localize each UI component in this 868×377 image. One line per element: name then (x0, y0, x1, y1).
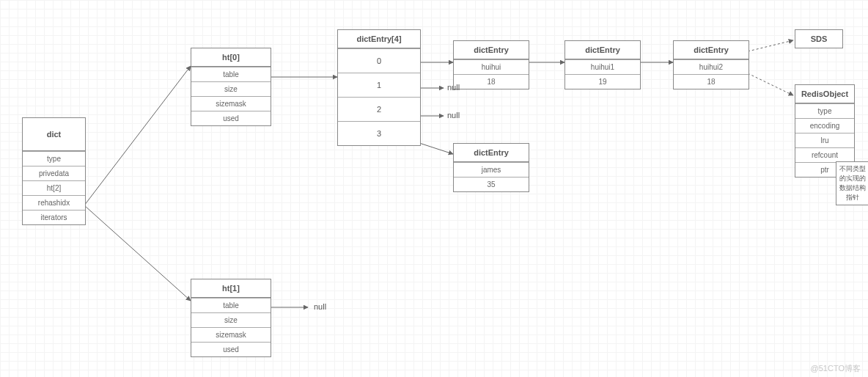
ht0-field-table: table (191, 67, 271, 81)
entry0c-box: dictEntry huihui2 18 (673, 40, 749, 89)
entry0c-key: huihui2 (674, 59, 749, 74)
bucket-box: dictEntry[4] 0 1 2 3 (337, 29, 421, 146)
robj-field-encoding: encoding (795, 118, 854, 133)
ht0-title: ht[0] (191, 48, 271, 67)
edge-e0c-robj (748, 73, 793, 95)
ht0-field-sizemask: sizemask (191, 96, 271, 111)
entry0-title: dictEntry (454, 41, 529, 59)
ht1-field-size: size (191, 312, 271, 327)
edge-dict-ht0 (84, 66, 191, 205)
robj-field-refcount: refcount (795, 147, 854, 162)
note-line2: 数据结构指针 (839, 184, 866, 201)
robj-field-type: type (795, 103, 854, 118)
bucket-slot-3: 3 (338, 121, 420, 145)
ht0-field-used: used (191, 111, 271, 125)
entry0-val: 18 (454, 74, 529, 89)
entry0-key: huihui (454, 59, 529, 74)
dict-field-privedata: privedata (23, 166, 85, 180)
robj-field-lru: lru (795, 133, 854, 147)
note-line1: 不同类型的实现的 (839, 165, 866, 182)
null-label-ht1: null (314, 302, 326, 311)
entry0-box: dictEntry huihui 18 (453, 40, 529, 89)
entry0b-box: dictEntry huihui1 19 (564, 40, 641, 89)
bucket-title: dictEntry[4] (338, 30, 420, 48)
ht1-title: ht[1] (191, 279, 271, 298)
watermark: @51CTO博客 (811, 363, 861, 374)
edge-b3-e3 (419, 143, 453, 154)
note-box: 不同类型的实现的 数据结构指针 (836, 161, 868, 205)
ht1-field-sizemask: sizemask (191, 327, 271, 342)
entry0b-val: 19 (565, 74, 640, 89)
edge-e0c-sds (748, 40, 793, 51)
dict-field-ht2: ht[2] (23, 180, 85, 195)
null-label-b1: null (447, 83, 460, 92)
entry3-key: james (454, 162, 529, 177)
entry0b-title: dictEntry (565, 41, 640, 59)
bucket-slot-1: 1 (338, 73, 420, 97)
entry3-val: 35 (454, 177, 529, 191)
robj-title: RedisObject (795, 85, 854, 103)
ht1-box: ht[1] table size sizemask used (191, 279, 271, 357)
ht1-field-table: table (191, 298, 271, 312)
entry3-title: dictEntry (454, 144, 529, 162)
bucket-slot-0: 0 (338, 48, 420, 73)
sds-box: SDS (795, 29, 843, 48)
dict-field-type: type (23, 151, 85, 166)
dict-field-iterators: iterators (23, 210, 85, 224)
entry3-box: dictEntry james 35 (453, 143, 529, 192)
entry0c-title: dictEntry (674, 41, 749, 59)
bucket-slot-2: 2 (338, 97, 420, 121)
sds-title: SDS (795, 30, 842, 48)
ht1-field-used: used (191, 342, 271, 356)
dict-box: dict type privedata ht[2] rehashidx iter… (22, 117, 86, 225)
null-label-b2: null (447, 111, 460, 120)
ht0-field-size: size (191, 81, 271, 96)
ht0-box: ht[0] table size sizemask used (191, 48, 271, 126)
dict-field-rehashidx: rehashidx (23, 195, 85, 210)
entry0c-val: 18 (674, 74, 749, 89)
edge-dict-ht1 (84, 205, 191, 301)
entry0b-key: huihui1 (565, 59, 640, 74)
dict-title: dict (23, 118, 85, 151)
